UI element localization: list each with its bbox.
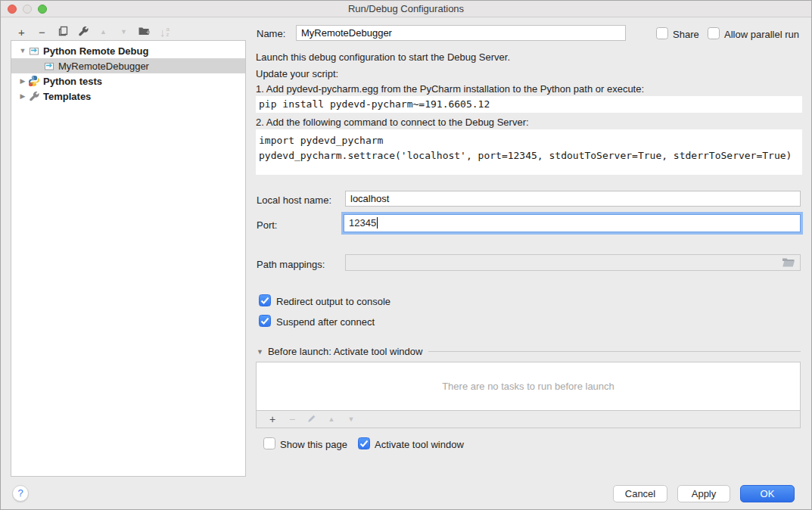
arrow-up-icon: ▲ — [328, 415, 335, 423]
settrace-code-block[interactable]: import pydevd_pycharm pydevd_pycharm.set… — [256, 129, 802, 175]
remove-task-button[interactable]: − — [282, 412, 302, 427]
instruction-step-2: 2. Add the following command to connect … — [256, 117, 529, 128]
browse-folder-icon[interactable] — [782, 257, 795, 270]
section-collapse-icon[interactable]: ▼ — [257, 348, 263, 356]
show-this-page-label: Show this page — [280, 439, 347, 450]
remove-configuration-button[interactable]: − — [32, 23, 52, 40]
tree-item-python-tests[interactable]: ▶ Python tests — [11, 73, 245, 89]
share-label: Share — [673, 29, 699, 40]
code-line-1: import pydevd_pycharm — [259, 133, 799, 148]
folder-add-icon — [138, 25, 151, 39]
name-label: Name: — [257, 28, 285, 39]
suspend-after-connect-label: Suspend after connect — [276, 316, 375, 328]
tree-item-label: Templates — [43, 91, 91, 102]
add-task-button[interactable]: + — [263, 412, 282, 427]
sort-configurations-button[interactable]: ↓ az — [154, 23, 175, 40]
pip-command-code[interactable]: pip install pydevd-pycharm~=191.6605.12 — [256, 96, 802, 113]
code-line-2: pydevd_pycharm.settrace('localhost', por… — [259, 148, 799, 163]
allow-parallel-run-label: Allow parallel run — [724, 29, 799, 40]
instruction-step-1: 1. Add pydevd-pycharm.egg from the PyCha… — [256, 83, 644, 95]
run-config-icon — [28, 45, 40, 57]
add-configuration-button[interactable]: + — [11, 23, 32, 40]
port-label: Port: — [257, 219, 277, 231]
port-input[interactable]: 12345 — [344, 214, 801, 232]
redirect-output-label: Redirect output to console — [276, 296, 390, 307]
port-value: 12345 — [349, 217, 376, 229]
traffic-lights — [8, 5, 47, 14]
move-down-button[interactable]: ▼ — [114, 23, 134, 40]
tasks-toolbar: + − ▲ ▼ — [257, 411, 800, 428]
path-mappings-label: Path mappings: — [257, 259, 325, 270]
configurations-tree: ▼ Python Remote Debug MyRemoteDebugger ▶… — [11, 40, 246, 477]
chevron-collapsed-icon[interactable]: ▶ — [17, 92, 28, 100]
run-debug-configurations-dialog: Run/Debug Configurations + − ▲ ▼ ↓ az ▼ … — [0, 0, 812, 510]
help-button[interactable]: ? — [12, 485, 29, 502]
tree-item-label: MyRemoteDebugger — [58, 61, 149, 72]
minimize-button[interactable] — [23, 5, 32, 14]
move-task-up-button[interactable]: ▲ — [322, 412, 341, 427]
zoom-button[interactable] — [38, 5, 47, 14]
section-rule — [428, 351, 801, 352]
instruction-line-1: Launch this debug configuration to start… — [256, 51, 510, 63]
copy-icon — [57, 25, 69, 39]
python-tests-icon — [28, 75, 40, 87]
sort-az-icon: ↓ az — [160, 26, 170, 39]
configurations-toolbar: + − ▲ ▼ ↓ az — [11, 23, 175, 40]
before-launch-title: Before launch: Activate tool window — [268, 346, 423, 357]
path-mappings-input[interactable] — [345, 254, 801, 271]
apply-button[interactable]: Apply — [677, 485, 730, 502]
plus-icon: + — [18, 26, 25, 38]
text-caret — [377, 217, 378, 229]
cancel-button[interactable]: Cancel — [613, 485, 667, 502]
arrow-down-icon: ▼ — [348, 415, 355, 423]
wrench-icon — [77, 25, 89, 39]
tree-item-label: Python Remote Debug — [43, 45, 148, 57]
title-bar: Run/Debug Configurations — [1, 1, 811, 17]
arrow-up-icon: ▲ — [100, 28, 107, 36]
suspend-after-connect-checkbox[interactable] — [259, 315, 271, 327]
show-this-page-checkbox[interactable] — [263, 437, 275, 449]
activate-tool-window-checkbox[interactable] — [358, 437, 370, 449]
local-host-name-label: Local host name: — [257, 194, 331, 206]
tree-item-templates[interactable]: ▶ Templates — [11, 89, 245, 104]
move-up-button[interactable]: ▲ — [93, 23, 114, 40]
arrow-down-icon: ▼ — [120, 28, 127, 36]
tree-item-python-remote-debug[interactable]: ▼ Python Remote Debug — [11, 43, 245, 58]
redirect-output-checkbox[interactable] — [259, 294, 271, 306]
window-title: Run/Debug Configurations — [1, 1, 811, 17]
share-checkbox[interactable] — [656, 27, 668, 39]
close-button[interactable] — [8, 5, 17, 14]
templates-wrench-icon — [28, 90, 40, 102]
new-folder-button[interactable] — [134, 23, 154, 40]
run-config-icon — [43, 60, 55, 72]
tree-item-myremotedebugger[interactable]: MyRemoteDebugger — [11, 58, 245, 73]
plus-icon: + — [269, 413, 275, 425]
before-launch-header[interactable]: ▼ Before launch: Activate tool window — [257, 346, 801, 357]
pencil-icon — [306, 413, 317, 426]
allow-parallel-run-checkbox[interactable] — [708, 27, 720, 39]
chevron-expanded-icon[interactable]: ▼ — [17, 47, 28, 54]
local-host-name-input[interactable] — [345, 191, 801, 207]
name-input[interactable] — [296, 25, 626, 41]
move-task-down-button[interactable]: ▼ — [341, 412, 361, 427]
ok-button[interactable]: OK — [740, 485, 795, 502]
tree-item-label: Python tests — [43, 76, 102, 87]
minus-icon: − — [39, 26, 45, 38]
chevron-collapsed-icon[interactable]: ▶ — [17, 77, 28, 85]
minus-icon: − — [289, 413, 295, 425]
tasks-empty-message: There are no tasks to run before launch — [257, 362, 800, 411]
copy-configuration-button[interactable] — [52, 23, 73, 40]
edit-templates-button[interactable] — [73, 23, 93, 40]
before-launch-tasks-panel: There are no tasks to run before launch … — [256, 362, 801, 428]
edit-task-button[interactable] — [302, 412, 322, 427]
instruction-line-2: Update your script: — [256, 68, 338, 79]
activate-tool-window-label: Activate tool window — [375, 439, 464, 450]
